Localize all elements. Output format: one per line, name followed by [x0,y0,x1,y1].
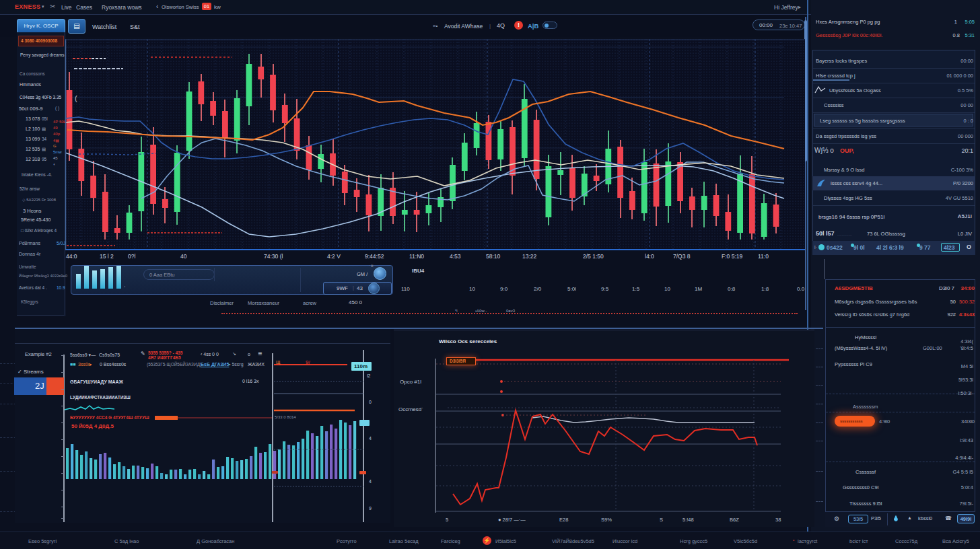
svg-text:(: ( [75,94,77,102]
